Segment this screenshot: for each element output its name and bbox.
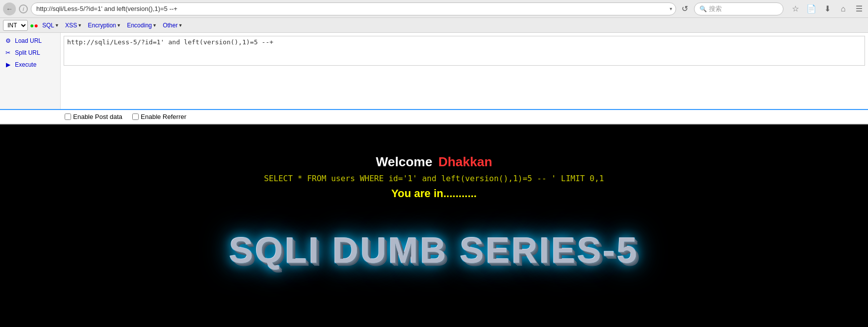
refresh-button[interactable]: ↺: [678, 2, 691, 15]
encoding-menu-arrow: ▼: [152, 23, 157, 28]
execute-item[interactable]: ▶ Execute: [0, 59, 60, 71]
info-icon: i: [19, 4, 28, 13]
menu-button[interactable]: ☰: [853, 3, 865, 15]
you-are-in: You are in...........: [391, 187, 477, 200]
encryption-menu-label: Encryption: [88, 22, 116, 29]
checkboxes-row: Enable Post data Enable Referrer: [0, 110, 868, 124]
encoding-menu-label: Encoding: [127, 22, 152, 29]
execute-icon: ▶: [4, 61, 12, 69]
dot-red: ●: [34, 21, 38, 29]
sql-menu-arrow: ▼: [55, 23, 59, 28]
search-box[interactable]: 🔍 搜索: [694, 2, 783, 15]
split-url-item[interactable]: ✂ Split URL: [0, 47, 60, 59]
username-text: Dhakkan: [438, 154, 492, 170]
hack-main: http://sqli/Less-5/?id=1' and left(versi…: [61, 33, 868, 109]
split-url-label: Split URL: [15, 49, 40, 56]
xss-menu[interactable]: XSS ▼: [63, 21, 84, 30]
browser-icons: ☆ 📄 ⬇ ⌂ ☰: [789, 3, 865, 15]
load-url-label: Load URL: [15, 37, 42, 44]
url-textarea[interactable]: http://sqli/Less-5/?id=1' and left(versi…: [64, 36, 865, 66]
sql-query: SELECT * FROM users WHERE id='1' and lef…: [264, 174, 604, 183]
encryption-menu-arrow: ▼: [117, 23, 121, 28]
star-button[interactable]: ☆: [789, 3, 801, 15]
encryption-menu[interactable]: Encryption ▼: [86, 21, 123, 30]
sqli-title: SQLI DUMB SERIES-5: [229, 230, 639, 271]
address-dropdown-btn[interactable]: ▾: [666, 2, 675, 15]
post-data-checkbox[interactable]: [65, 113, 71, 120]
post-data-checkbox-label[interactable]: Enable Post data: [65, 113, 122, 120]
split-url-icon: ✂: [4, 49, 12, 57]
load-url-item[interactable]: ⚙ Load URL: [0, 35, 60, 47]
other-menu-label: Other: [163, 22, 177, 29]
referrer-label: Enable Referrer: [141, 113, 186, 120]
content-area: Welcome Dhakkan SELECT * FROM users WHER…: [0, 124, 868, 327]
other-menu-arrow: ▼: [178, 23, 182, 28]
welcome-line: Welcome Dhakkan: [376, 154, 492, 170]
execute-label: Execute: [15, 61, 36, 68]
sql-menu-label: SQL: [42, 22, 54, 29]
download-button[interactable]: ⬇: [821, 3, 833, 15]
search-icon: 🔍: [699, 5, 707, 12]
home-button[interactable]: ⌂: [837, 3, 849, 15]
other-menu[interactable]: Other ▼: [161, 21, 184, 30]
referrer-checkbox[interactable]: [132, 113, 139, 120]
referrer-checkbox-label[interactable]: Enable Referrer: [132, 113, 186, 120]
address-bar-row: ← i ▾ ↺ 🔍 搜索 ☆ 📄 ⬇ ⌂ ☰: [0, 0, 868, 18]
post-data-label: Enable Post data: [73, 113, 122, 120]
sql-menu[interactable]: SQL ▼: [40, 21, 61, 30]
search-placeholder: 搜索: [709, 4, 722, 13]
hack-sidebar: ⚙ Load URL ✂ Split URL ▶ Execute: [0, 33, 61, 109]
address-input[interactable]: [31, 2, 676, 15]
toolbar-row: INT ● ● SQL ▼ XSS ▼ Encryption ▼ Encodin…: [0, 18, 868, 33]
dot-green: ●: [30, 21, 34, 29]
type-select[interactable]: INT: [3, 20, 28, 31]
browser-chrome: ← i ▾ ↺ 🔍 搜索 ☆ 📄 ⬇ ⌂ ☰ INT ● ● SQL ▼ XSS: [0, 0, 868, 124]
back-button[interactable]: ←: [3, 2, 16, 15]
encoding-menu[interactable]: Encoding ▼: [125, 21, 159, 30]
hack-panel: ⚙ Load URL ✂ Split URL ▶ Execute http://…: [0, 33, 868, 110]
load-url-icon: ⚙: [4, 37, 12, 45]
xss-menu-label: XSS: [65, 22, 77, 29]
welcome-text: Welcome: [376, 154, 433, 170]
page-button[interactable]: 📄: [805, 3, 817, 15]
xss-menu-arrow: ▼: [78, 23, 82, 28]
